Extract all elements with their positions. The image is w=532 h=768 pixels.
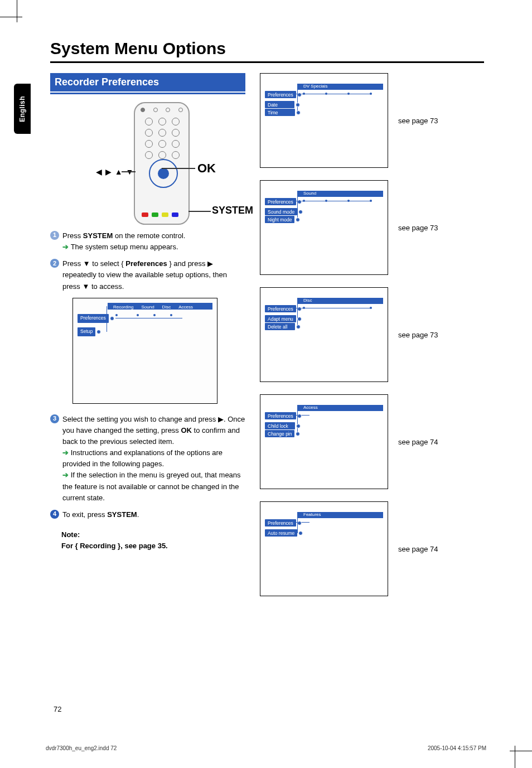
see-page-ref: see page 74 — [398, 545, 438, 553]
menu-tab: Access — [178, 304, 193, 311]
menu-item: Preferences — [265, 412, 296, 419]
step-sub: Instructions and explanations of the opt… — [62, 448, 223, 468]
remote-body — [134, 102, 190, 225]
menu-preview-block: Access Preferences Child lock Change pin… — [260, 394, 484, 489]
menu-subitem: Time — [265, 109, 295, 116]
menu-subitem: Date — [265, 101, 294, 108]
system-label: SYSTEM — [212, 205, 253, 216]
leader-line — [162, 168, 195, 169]
menu-preview-disc: Disc Preferences Adapt menu Delete all — [260, 287, 388, 382]
footer: dvdr7300h_eu_eng2.indd 72 2005-10-04 4:1… — [46, 745, 486, 751]
menu-subitem: Auto resume — [265, 529, 297, 537]
menu-preview-features: Features Preferences Auto resume — [260, 501, 388, 596]
arrow-icon: ➔ — [62, 243, 71, 251]
chapter-rule — [50, 61, 484, 63]
step-4: 4 To exit, press SYSTEM. — [50, 509, 245, 520]
footer-timestamp: 2005-10-04 4:15:57 PM — [428, 745, 486, 751]
menu-preview-block: DV Specials Preferences Date Time see pa… — [260, 73, 484, 168]
step-2: 2 Press ▼ to select { Preferences } and … — [50, 258, 245, 292]
step-text-bold: SYSTEM — [83, 231, 113, 240]
menu-subitem: Night mode — [265, 216, 294, 223]
menu-preview-dvspecials: DV Specials Preferences Date Time — [260, 73, 388, 168]
crop-mark — [515, 746, 515, 768]
menu-item: Preferences — [265, 198, 296, 205]
step-text: on the remote control. — [113, 231, 185, 240]
ok-label: OK — [197, 161, 216, 176]
step-3: 3 Select the setting you wish to change … — [50, 414, 245, 504]
step-text-bold: Preferences — [125, 259, 167, 268]
menu-tab: Sound — [302, 191, 318, 196]
menu-item: Setup — [78, 327, 95, 336]
section-title: Recorder Preferences — [50, 73, 245, 91]
menu-tab: DV Specials — [302, 84, 330, 89]
step-badge: 3 — [50, 414, 59, 423]
step-text: To exit, press — [62, 510, 107, 519]
menu-preview-block: Sound Preferences Sound mode Night mode … — [260, 180, 484, 275]
step-text: Press ▼ to select { — [62, 259, 125, 268]
menu-preview-sound: Sound Preferences Sound mode Night mode — [260, 180, 388, 275]
menu-subitem: Adapt menu — [265, 315, 296, 322]
menu-preview-block: Disc Preferences Adapt menu Delete all s… — [260, 287, 484, 382]
dpad-icon — [149, 159, 178, 188]
menu-tab: Access — [302, 405, 320, 410]
menu-screenshot-main: Recording Sound Disc Access Preferences — [72, 298, 217, 404]
arrow-icon: ➔ — [62, 448, 71, 457]
remote-illustration: ◀ ▶ ▲ ▼ OK SYSTEM — [50, 102, 245, 230]
menu-preview-block: Features Preferences Auto resume see pag… — [260, 501, 484, 596]
section-underline — [50, 93, 245, 94]
step-text: Press — [62, 231, 83, 240]
step-badge: 1 — [50, 231, 59, 240]
step-sub: If the selection in the menu is greyed o… — [62, 471, 241, 501]
step-text-bold: OK — [181, 426, 192, 434]
leader-line — [122, 171, 136, 172]
menu-subitem: Child lock — [265, 422, 295, 429]
menu-tab: Disc — [162, 304, 171, 311]
step-text-bold: SYSTEM — [107, 510, 137, 519]
step-badge: 2 — [50, 259, 59, 268]
crop-mark — [510, 751, 532, 751]
menu-tab: Features — [302, 512, 323, 517]
menu-item: Preferences — [78, 314, 109, 323]
footer-file: dvdr7300h_eu_eng2.indd 72 — [46, 745, 117, 751]
step-1: 1 Press SYSTEM on the remote control. ➔ … — [50, 230, 245, 253]
note-block: Note: For { Recording }, see page 35. — [61, 529, 245, 552]
step-text: . — [137, 510, 139, 519]
chapter-title: System Menu Options — [50, 39, 484, 58]
menu-item: Preferences — [265, 305, 296, 312]
menu-item: Preferences — [265, 91, 296, 98]
menu-subitem: Change pin — [265, 430, 294, 437]
crop-mark — [0, 17, 22, 17]
menu-preview-access: Access Preferences Child lock Change pin — [260, 394, 388, 489]
page-number: 72 — [54, 705, 61, 713]
menu-item: Preferences — [265, 519, 296, 527]
crop-mark — [17, 0, 17, 22]
menu-subitem: Sound mode — [265, 208, 297, 215]
see-page-ref: see page 73 — [398, 331, 438, 339]
see-page-ref: see page 74 — [398, 438, 438, 446]
menu-tab: Recording — [113, 304, 133, 311]
language-tab: English — [14, 84, 31, 134]
leader-line — [188, 211, 211, 212]
note-text: For { Recording }, see page 35. — [61, 540, 245, 552]
step-sub: The system setup menu appears. — [71, 243, 178, 251]
note-label: Note: — [61, 529, 245, 540]
menu-tab: Sound — [141, 304, 154, 311]
arrow-icon: ➔ — [62, 471, 71, 479]
see-page-ref: see page 73 — [398, 224, 438, 232]
step-badge: 4 — [50, 510, 59, 519]
language-tab-label: English — [18, 96, 26, 122]
see-page-ref: see page 73 — [398, 117, 438, 125]
menu-subitem: Delete all — [265, 323, 295, 330]
menu-tab: Disc — [302, 298, 314, 303]
